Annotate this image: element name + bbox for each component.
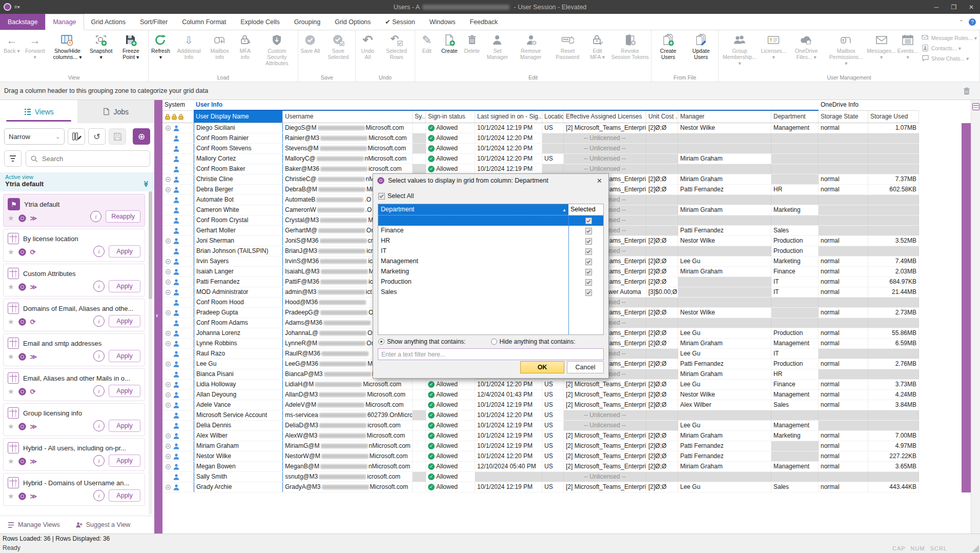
chevron-double-down-icon[interactable]: ≫ bbox=[142, 181, 150, 187]
favorite-star-icon[interactable]: ★ bbox=[8, 422, 14, 430]
save-selected-button[interactable]: Save Selected bbox=[321, 32, 355, 61]
grid-row[interactable]: Conf Room RainierRainier@M3Microsoft.com… bbox=[162, 133, 919, 144]
view-info-button[interactable]: i bbox=[93, 385, 105, 397]
grid-row[interactable]: Grady ArchieGradyA@M3Microsoft.com✓Allow… bbox=[162, 482, 919, 492]
tab-grouping[interactable]: Grouping bbox=[287, 14, 328, 30]
suggest-view-link[interactable]: Suggest a View bbox=[75, 521, 131, 529]
expand-view-icon[interactable]: ≫ bbox=[30, 423, 37, 430]
set-manager-button[interactable]: Set Manager bbox=[483, 32, 512, 61]
view-info-button[interactable]: i bbox=[93, 490, 105, 501]
text-filter-input[interactable] bbox=[378, 348, 604, 360]
forward-button[interactable]: →Forward ▾ bbox=[23, 32, 47, 61]
collapse-ribbon-icon[interactable]: ⌃ bbox=[959, 19, 964, 26]
tab-sort-filter[interactable]: Sort/Filter bbox=[133, 14, 175, 30]
panel-toggle-icon[interactable] bbox=[972, 103, 979, 110]
grid-row[interactable]: Allan DeyoungAllanD@M3Microsoft.com✓Allo… bbox=[162, 390, 919, 400]
messages--button[interactable]: Messages... ▾ bbox=[867, 32, 896, 61]
column-header-storage-state[interactable]: Storage State bbox=[819, 111, 868, 123]
value-checkbox[interactable] bbox=[585, 228, 592, 234]
dialog-close-icon[interactable]: ✕ bbox=[595, 177, 604, 185]
message-rules--button[interactable]: Message Rules... ▾ bbox=[922, 34, 977, 42]
close-button[interactable]: ✕ bbox=[963, 0, 980, 14]
edit-mfa-button[interactable]: Edit MFA ▾ bbox=[585, 32, 609, 61]
tab-feedback[interactable]: Feedback bbox=[462, 14, 505, 30]
grid-row[interactable]: Sally Smithssnutg@M3icrosoft.com✓Allowed… bbox=[162, 472, 919, 482]
view-width-select[interactable]: Narrow⌄ bbox=[4, 128, 65, 145]
filter-value-row[interactable]: IT bbox=[378, 246, 603, 256]
view-card[interactable]: By license location★⟳iApply bbox=[3, 229, 145, 262]
freeze-point-button[interactable]: Freeze Point ▾ bbox=[114, 32, 148, 61]
shared-view-icon[interactable]: ⟳ bbox=[30, 248, 36, 256]
revoke-session-tokens-button[interactable]: Revoke Session Tokens bbox=[609, 32, 650, 61]
grid-row[interactable]: Delia DennisDeliaD@M3icrosoft.com✓Allowe… bbox=[162, 421, 919, 431]
mfa-info-button[interactable]: MFA info bbox=[234, 32, 256, 61]
grid-row[interactable]: Lidia HollowayLidiaH@MMicrosoft.com✓Allo… bbox=[162, 380, 919, 390]
tab-windows[interactable]: Windows bbox=[422, 14, 463, 30]
trash-icon[interactable] bbox=[962, 86, 972, 96]
column-header-user-display-name[interactable]: User Display Name bbox=[194, 111, 283, 123]
manage-views-link[interactable]: Manage Views bbox=[7, 521, 60, 529]
mailbox-permissions--button[interactable]: Mailbox Permissions... ▾ bbox=[826, 32, 867, 67]
remove-manager-button[interactable]: Remove Manager bbox=[512, 32, 550, 61]
column-header-location-[interactable]: Location... bbox=[542, 111, 564, 123]
grid-row[interactable]: Microsoft Service Accountms-servicea6027… bbox=[162, 410, 919, 421]
tab-column-format[interactable]: Column Format bbox=[175, 14, 233, 30]
selected-column-header[interactable]: Selected bbox=[568, 204, 603, 215]
contacts--button[interactable]: Contacts... ▾ bbox=[922, 44, 977, 52]
expand-view-icon[interactable]: ≫ bbox=[30, 353, 37, 361]
cancel-button[interactable]: Cancel bbox=[567, 361, 604, 373]
column-header-storage-used[interactable]: Storage Used bbox=[868, 111, 919, 123]
view-card[interactable]: Hybrid - Domains of Username an...★≫iApp… bbox=[3, 473, 145, 506]
reapply-view-button[interactable]: Reapply bbox=[106, 210, 140, 223]
view-info-button[interactable]: i bbox=[93, 315, 105, 327]
filter-views-icon[interactable] bbox=[4, 150, 22, 167]
view-info-button[interactable]: i bbox=[93, 455, 105, 466]
sidebar-collapse-strip[interactable]: ‹ bbox=[154, 100, 162, 534]
save-all-button[interactable]: Save All bbox=[299, 32, 321, 54]
shared-view-icon[interactable]: ⟳ bbox=[30, 388, 36, 396]
tab-grid-actions[interactable]: Grid Actions bbox=[84, 14, 133, 30]
maximize-button[interactable]: ❐ bbox=[945, 0, 963, 14]
undo-all-button[interactable]: ↶Undo All bbox=[356, 32, 379, 61]
expand-view-icon[interactable]: ≫ bbox=[30, 458, 37, 465]
shared-view-icon[interactable]: ⟳ bbox=[30, 318, 36, 326]
favorite-star-icon[interactable]: ★ bbox=[8, 457, 14, 465]
selected-rows-button[interactable]: ↶Selected Rows bbox=[379, 32, 414, 61]
apply-view-button[interactable]: Apply bbox=[109, 350, 140, 362]
edit-button[interactable]: ✎Edit bbox=[416, 32, 438, 54]
licenses--button[interactable]: Licenses... ▾ bbox=[760, 32, 787, 61]
tab-backstage[interactable]: Backstage bbox=[0, 14, 45, 30]
column-header-sign-in-status[interactable]: Sign-in status bbox=[426, 111, 475, 123]
filter-value-row[interactable]: Sales bbox=[378, 287, 603, 298]
filter-value-row[interactable] bbox=[378, 215, 603, 226]
column-header-last-signed-in-on-sig-[interactable]: Last signed in on - Sig... bbox=[475, 111, 542, 123]
view-search[interactable] bbox=[26, 150, 150, 167]
value-checkbox[interactable] bbox=[585, 218, 592, 224]
select-all-checkbox[interactable]: Select All bbox=[378, 192, 414, 200]
active-view-header[interactable]: Active view Ytria default ≫ bbox=[0, 172, 154, 191]
search-input[interactable] bbox=[41, 154, 146, 163]
view-card[interactable]: Hybrid - All users, including on-pr...★≫… bbox=[3, 438, 145, 471]
favorite-star-icon[interactable]: ★ bbox=[8, 283, 14, 291]
value-checkbox[interactable] bbox=[585, 269, 592, 275]
grid-scrollbar[interactable] bbox=[971, 100, 980, 534]
apply-view-button[interactable]: Apply bbox=[109, 245, 140, 258]
favorite-star-icon[interactable]: ★ bbox=[8, 387, 14, 396]
column-header-effective-assigned-licenses[interactable]: Effective Assigned Licenses bbox=[564, 111, 646, 123]
favorite-star-icon[interactable]: ★ bbox=[8, 352, 14, 361]
value-checkbox[interactable] bbox=[585, 279, 592, 286]
grid-row[interactable]: Mallory CortezMalloryC@nMicrosoft.com✓Al… bbox=[162, 154, 919, 164]
column-header-username[interactable]: Username bbox=[283, 111, 413, 123]
favorite-star-icon[interactable]: ★ bbox=[8, 248, 14, 256]
favorite-star-icon[interactable]: ★ bbox=[8, 318, 14, 326]
value-checkbox[interactable] bbox=[585, 289, 592, 296]
value-checkbox[interactable] bbox=[585, 248, 592, 255]
add-view-button[interactable]: ⊕ bbox=[133, 128, 150, 145]
tab-manage[interactable]: Manage bbox=[45, 14, 84, 30]
column-header-sy-[interactable]: Sy... bbox=[413, 111, 426, 123]
grid-row[interactable]: Adele VanceAdeleV@MMicrosoft.com✓Allowed… bbox=[162, 400, 919, 410]
view-info-button[interactable]: i bbox=[93, 246, 105, 257]
apply-view-button[interactable]: Apply bbox=[109, 455, 140, 467]
value-checkbox[interactable] bbox=[585, 238, 592, 245]
show-chats--button[interactable]: Show Chats... ▾ bbox=[922, 54, 977, 62]
